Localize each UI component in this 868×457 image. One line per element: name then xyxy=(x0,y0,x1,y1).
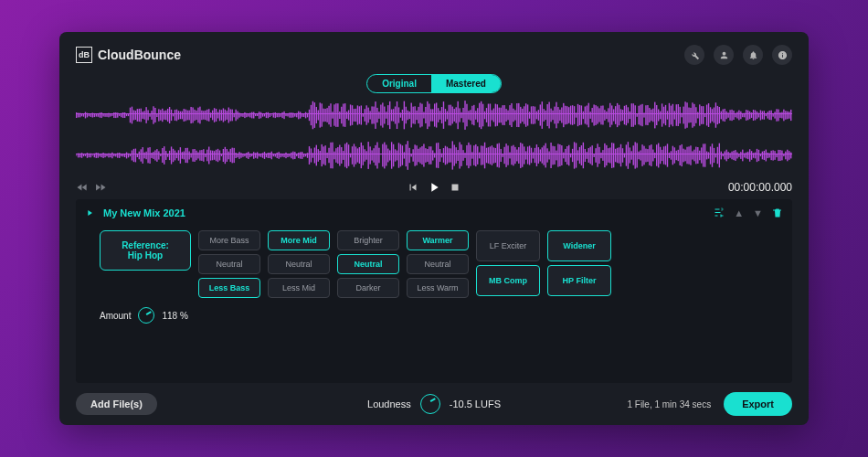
loudness-group: Loudness -10.5 LUFS xyxy=(367,394,501,414)
waveform-display[interactable] xyxy=(76,97,792,179)
svg-rect-628 xyxy=(481,145,482,165)
svg-rect-695 xyxy=(600,153,601,158)
effect-button[interactable]: LF Exciter xyxy=(476,230,540,261)
svg-rect-40 xyxy=(145,107,146,123)
svg-rect-237 xyxy=(499,108,500,123)
eq-button[interactable]: Less Bass xyxy=(198,278,260,298)
skip-fwd-icon[interactable] xyxy=(94,181,107,194)
svg-rect-385 xyxy=(764,111,765,119)
svg-rect-137 xyxy=(320,102,321,127)
loudness-dial[interactable] xyxy=(420,394,440,414)
svg-rect-617 xyxy=(460,144,461,166)
svg-rect-432 xyxy=(130,154,131,156)
bell-icon[interactable] xyxy=(743,45,763,65)
eq-button[interactable]: Brighter xyxy=(337,230,399,250)
svg-rect-429 xyxy=(124,154,125,157)
eq-button[interactable]: Warmer xyxy=(407,230,469,250)
add-file-button[interactable]: Add File(s) xyxy=(76,393,157,415)
stop-icon[interactable] xyxy=(449,180,461,195)
sliders-icon[interactable] xyxy=(714,207,725,218)
svg-rect-609 xyxy=(447,147,448,165)
user-icon[interactable] xyxy=(714,45,734,65)
svg-rect-606 xyxy=(441,154,442,158)
svg-rect-56 xyxy=(175,110,175,121)
svg-rect-158 xyxy=(357,105,358,124)
svg-rect-80 xyxy=(217,112,218,119)
svg-rect-381 xyxy=(757,112,757,119)
eq-button[interactable]: Neutral xyxy=(268,254,330,274)
effect-button[interactable]: HP Filter xyxy=(547,265,611,296)
wrench-icon[interactable] xyxy=(684,45,704,65)
svg-rect-82 xyxy=(221,110,222,121)
svg-rect-552 xyxy=(344,143,345,166)
track-panel: My New Mix 2021 ▲ ▼ Reference: Hip Hop M… xyxy=(76,199,792,383)
eq-button[interactable]: Less Mid xyxy=(268,278,330,298)
svg-rect-445 xyxy=(153,152,153,159)
svg-rect-767 xyxy=(729,153,730,157)
svg-rect-574 xyxy=(384,143,385,169)
svg-rect-248 xyxy=(518,103,519,127)
svg-rect-423 xyxy=(113,154,114,156)
header-actions xyxy=(684,45,792,65)
svg-rect-413 xyxy=(96,153,97,158)
svg-rect-544 xyxy=(330,143,331,168)
collapse-down-icon[interactable]: ▼ xyxy=(753,207,763,218)
info-icon[interactable] xyxy=(772,45,792,65)
svg-rect-330 xyxy=(665,105,666,125)
svg-rect-34 xyxy=(135,111,136,120)
svg-rect-642 xyxy=(505,143,506,167)
svg-rect-676 xyxy=(566,146,567,165)
svg-rect-427 xyxy=(121,154,122,156)
effect-button[interactable]: Widener xyxy=(547,230,611,261)
svg-rect-226 xyxy=(479,103,480,128)
svg-rect-504 xyxy=(259,154,259,157)
svg-rect-531 xyxy=(307,153,308,158)
svg-rect-149 xyxy=(341,107,342,123)
svg-rect-506 xyxy=(262,153,263,157)
svg-rect-458 xyxy=(176,153,177,158)
svg-rect-393 xyxy=(778,110,778,122)
eq-button[interactable]: More Bass xyxy=(198,230,260,250)
eq-button[interactable]: Neutral xyxy=(407,254,469,274)
svg-rect-299 xyxy=(609,103,610,127)
svg-rect-363 xyxy=(725,109,725,122)
svg-rect-764 xyxy=(725,152,725,160)
svg-rect-553 xyxy=(346,143,347,168)
eq-button[interactable]: Neutral xyxy=(198,254,260,274)
effect-button[interactable]: MB Comp xyxy=(476,265,540,296)
toggle-mastered[interactable]: Mastered xyxy=(431,75,501,92)
prev-icon[interactable] xyxy=(407,180,419,195)
eq-button[interactable]: More Mid xyxy=(268,230,330,250)
svg-rect-148 xyxy=(339,112,340,119)
svg-rect-590 xyxy=(412,149,413,161)
svg-rect-562 xyxy=(363,145,364,165)
eq-button[interactable]: Darker xyxy=(337,278,399,298)
export-button[interactable]: Export xyxy=(724,392,792,416)
svg-rect-209 xyxy=(449,105,450,126)
toggle-original[interactable]: Original xyxy=(367,75,431,92)
eq-button[interactable]: Less Warm xyxy=(407,278,469,298)
svg-rect-150 xyxy=(343,103,344,126)
play-icon[interactable] xyxy=(427,180,441,195)
svg-rect-11 xyxy=(94,113,95,117)
svg-rect-643 xyxy=(507,145,508,165)
reference-button[interactable]: Reference: Hip Hop xyxy=(100,230,191,271)
svg-rect-81 xyxy=(219,110,220,122)
svg-rect-406 xyxy=(83,154,84,156)
svg-rect-704 xyxy=(617,148,618,163)
svg-rect-217 xyxy=(462,108,463,122)
collapse-up-icon[interactable]: ▲ xyxy=(734,207,744,218)
amount-dial[interactable] xyxy=(138,307,154,324)
svg-rect-465 xyxy=(188,152,189,160)
trash-icon[interactable] xyxy=(772,207,783,218)
skip-back-icon[interactable] xyxy=(76,181,89,194)
eq-button[interactable]: Neutral xyxy=(337,254,399,274)
svg-rect-672 xyxy=(559,144,560,166)
svg-rect-466 xyxy=(190,154,191,158)
svg-rect-284 xyxy=(583,112,584,119)
svg-rect-778 xyxy=(749,149,750,162)
track-play-icon[interactable] xyxy=(85,205,94,221)
svg-rect-694 xyxy=(598,147,599,164)
svg-rect-108 xyxy=(268,112,269,118)
svg-rect-48 xyxy=(160,110,161,120)
